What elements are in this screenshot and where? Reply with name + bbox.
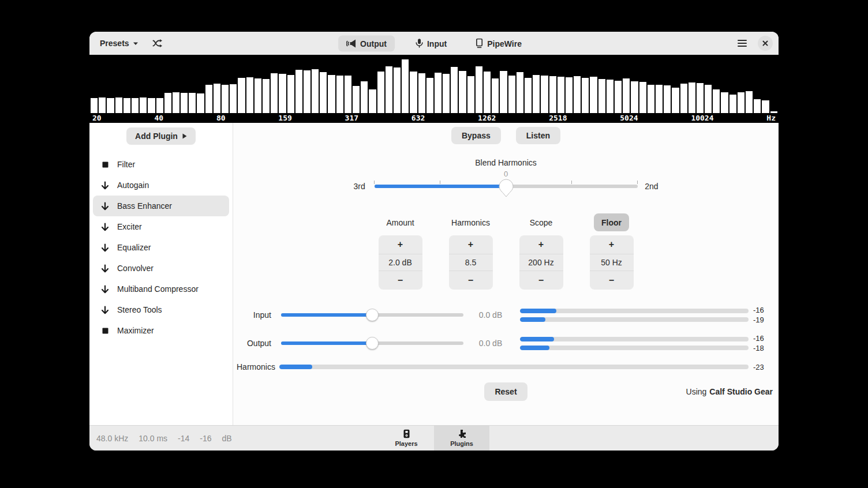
scope-spinbutton: +200 Hz− [519,235,563,290]
harmonics-level-meter [279,365,749,369]
close-window-button[interactable] [758,36,773,51]
hamburger-menu-icon [738,40,747,47]
microphone-icon [416,39,423,48]
blend-tick-mark [374,181,375,184]
spectrum-bar [197,93,204,113]
frequency-tick-label: 159 [278,114,291,122]
spectrum-bar [402,59,409,113]
spectrum-bar [181,93,188,113]
harmonics-spinbutton: +8.5− [449,235,493,290]
spectrum-bar [582,78,589,113]
input-meter-db-values: -16-19 [753,306,772,324]
sidebar-item-filter[interactable]: Filter [93,154,229,175]
spectrum-bar [246,77,253,113]
device-tab-pipewire[interactable]: PipeWire [467,35,530,52]
square-icon [101,328,109,334]
sidebar-item-label: Stereo Tools [117,305,162,314]
status-info: 48.0 kHz 10.0 ms -14 -16 dB [96,434,232,443]
sidebar-item-label: Equalizer [117,243,151,252]
output-gain-value: 0.0 dB [474,339,507,348]
spectrum-bar [271,73,278,113]
output-slider-fill [281,341,372,345]
spectrum-bar [492,78,499,113]
sidebar-item-maximizer[interactable]: Maximizer [93,320,229,341]
input-slider-handle[interactable] [366,309,379,321]
bottom-tab-plugins[interactable]: Plugins [434,426,489,451]
spectrum-bar [664,85,671,113]
reset-button[interactable]: Reset [484,382,527,401]
floor-increment-button[interactable]: + [590,235,634,254]
sidebar-item-convolver[interactable]: Convolver [93,258,229,279]
shuffle-icon [152,39,163,48]
harmonics-value[interactable]: 8.5 [449,254,493,271]
latency-value: 10.0 ms [139,434,167,443]
spectrum-bar [451,67,458,113]
floor-spinner: Floor+50 Hz− [590,213,634,290]
spectrum-frequency-labels: 20408015931763212622518502410024Hz [92,114,776,122]
scope-value[interactable]: 200 Hz [519,254,563,271]
spectrum-bar [410,72,417,113]
bottom-tab-label: Plugins [450,440,473,447]
spectrum-bar [345,76,351,113]
sidebar-item-multiband-compressor[interactable]: Multiband Compressor [93,279,229,299]
device-tab-input[interactable]: Input [407,35,455,52]
input-gain-slider[interactable] [281,309,463,321]
output-slider-handle[interactable] [366,337,379,350]
spectrum-analyzer: 20408015931763212622518502410024Hz [89,55,779,123]
amount-increment-button[interactable]: + [379,235,422,254]
spectrum-bar [517,72,523,113]
harmonics-decrement-button[interactable]: − [449,271,493,290]
spectrum-bar [435,73,442,113]
menu-button[interactable] [734,35,751,51]
spectrum-bar [721,92,728,113]
credit-prefix: Using [686,387,707,396]
add-plugin-button[interactable]: Add Plugin [126,127,196,145]
spectrum-bar [533,75,540,113]
spectrum-bar [91,98,98,113]
spectrum-bar [484,72,491,113]
spectrum-bar [361,81,368,113]
sidebar-item-label: Bass Enhancer [117,201,172,211]
scope-decrement-button[interactable]: − [519,271,563,290]
frequency-tick-label: 20 [92,114,102,122]
blend-slider[interactable] [375,179,638,194]
frequency-tick-label: 80 [216,114,226,122]
amount-decrement-button[interactable]: − [379,271,422,290]
spectrum-bar [705,85,712,113]
scope-spinner: Scope+200 Hz− [519,213,563,290]
bass-enhancer-panel: Bypass Listen Blend Harmonics 0 3rd [233,123,779,425]
spectrum-bar [287,75,294,113]
meter-fill [520,346,549,350]
spectrum-bar [328,75,335,113]
bottom-tab-players[interactable]: Players [379,426,434,451]
amount-label: Amount [386,213,414,231]
sidebar-item-equalizer[interactable]: Equalizer [93,237,229,258]
spinner-group: Amount+2.0 dB−Harmonics+8.5−Scope+200 Hz… [233,213,779,290]
bypass-button[interactable]: Bypass [451,127,501,144]
scope-increment-button[interactable]: + [519,235,563,254]
output-gain-slider[interactable] [281,337,463,350]
spectrum-bar [312,69,319,113]
spectrum-bar [426,78,433,113]
spectrum-bar [754,99,761,114]
spectrum-bar [689,82,695,113]
floor-toggle-button[interactable]: Floor [594,213,629,231]
spectrum-bar [230,84,237,113]
input-level-meters [520,309,749,322]
sidebar-item-exciter[interactable]: Exciter [93,216,229,237]
spectrum-bar [173,92,179,113]
harmonics-increment-button[interactable]: + [449,235,493,254]
floor-value[interactable]: 50 Hz [590,254,634,271]
sidebar-item-bass-enhancer[interactable]: Bass Enhancer [93,196,229,216]
floor-decrement-button[interactable]: − [590,271,634,290]
sidebar-item-autogain[interactable]: Autogain [93,175,229,196]
presets-button[interactable]: Presets [95,36,143,51]
blend-tick-mark [571,181,572,184]
arrow-down-icon [101,202,109,211]
sidebar-item-stereo-tools[interactable]: Stereo Tools [93,299,229,320]
sidebar-item-label: Maximizer [117,326,154,335]
listen-button[interactable]: Listen [516,127,560,144]
amount-value[interactable]: 2.0 dB [379,254,422,271]
shuffle-presets-button[interactable] [149,35,166,51]
device-tab-output[interactable]: Output [338,35,395,51]
